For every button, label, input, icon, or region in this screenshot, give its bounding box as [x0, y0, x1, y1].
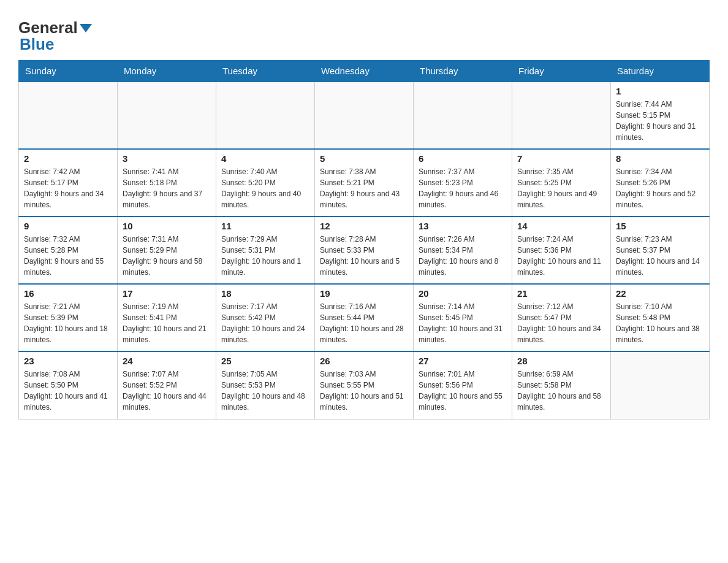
calendar-cell: 12Sunrise: 7:28 AMSunset: 5:33 PMDayligh… [315, 216, 414, 284]
day-info: Sunrise: 6:59 AMSunset: 5:58 PMDaylight:… [517, 369, 605, 413]
week-row-2: 9Sunrise: 7:32 AMSunset: 5:28 PMDaylight… [19, 216, 710, 284]
day-info: Sunrise: 7:31 AMSunset: 5:29 PMDaylight:… [123, 234, 211, 278]
day-number: 3 [123, 153, 211, 164]
calendar-cell: 18Sunrise: 7:17 AMSunset: 5:42 PMDayligh… [216, 284, 315, 351]
day-info: Sunrise: 7:32 AMSunset: 5:28 PMDaylight:… [24, 234, 112, 278]
day-number: 10 [123, 221, 211, 231]
calendar-cell: 2Sunrise: 7:42 AMSunset: 5:17 PMDaylight… [19, 149, 118, 216]
day-number: 21 [517, 288, 605, 299]
weekday-header-monday: Monday [118, 61, 216, 82]
calendar-cell [414, 82, 512, 149]
week-row-0: 1Sunrise: 7:44 AMSunset: 5:15 PMDaylight… [19, 82, 710, 149]
day-number: 12 [320, 221, 408, 231]
day-info: Sunrise: 7:19 AMSunset: 5:41 PMDaylight:… [123, 301, 211, 345]
day-number: 22 [616, 288, 704, 299]
day-info: Sunrise: 7:03 AMSunset: 5:55 PMDaylight:… [320, 369, 408, 413]
calendar-cell: 1Sunrise: 7:44 AMSunset: 5:15 PMDaylight… [611, 82, 710, 149]
calendar-cell [611, 351, 710, 419]
calendar-cell [216, 82, 315, 149]
calendar-cell: 22Sunrise: 7:10 AMSunset: 5:48 PMDayligh… [611, 284, 710, 351]
day-info: Sunrise: 7:16 AMSunset: 5:44 PMDaylight:… [320, 301, 408, 345]
calendar-cell: 13Sunrise: 7:26 AMSunset: 5:34 PMDayligh… [414, 216, 512, 284]
calendar-cell: 24Sunrise: 7:07 AMSunset: 5:52 PMDayligh… [118, 351, 216, 419]
calendar-cell: 19Sunrise: 7:16 AMSunset: 5:44 PMDayligh… [315, 284, 414, 351]
day-number: 15 [616, 221, 704, 231]
page-header: General Blue [18, 12, 710, 54]
day-info: Sunrise: 7:17 AMSunset: 5:42 PMDaylight:… [221, 301, 309, 345]
calendar-cell: 28Sunrise: 6:59 AMSunset: 5:58 PMDayligh… [512, 351, 611, 419]
weekday-header-wednesday: Wednesday [315, 61, 414, 82]
day-info: Sunrise: 7:37 AMSunset: 5:23 PMDaylight:… [419, 166, 507, 210]
calendar-cell: 7Sunrise: 7:35 AMSunset: 5:25 PMDaylight… [512, 149, 611, 216]
day-number: 8 [616, 153, 704, 164]
day-number: 17 [123, 288, 211, 299]
day-info: Sunrise: 7:01 AMSunset: 5:56 PMDaylight:… [419, 369, 507, 413]
day-number: 24 [123, 356, 211, 366]
calendar-cell: 15Sunrise: 7:23 AMSunset: 5:37 PMDayligh… [611, 216, 710, 284]
day-info: Sunrise: 7:05 AMSunset: 5:53 PMDaylight:… [221, 369, 309, 413]
day-info: Sunrise: 7:40 AMSunset: 5:20 PMDaylight:… [221, 166, 309, 210]
day-number: 9 [24, 221, 112, 231]
day-number: 28 [517, 356, 605, 366]
calendar-cell: 14Sunrise: 7:24 AMSunset: 5:36 PMDayligh… [512, 216, 611, 284]
calendar-cell: 25Sunrise: 7:05 AMSunset: 5:53 PMDayligh… [216, 351, 315, 419]
day-info: Sunrise: 7:12 AMSunset: 5:47 PMDaylight:… [517, 301, 605, 345]
calendar-cell: 17Sunrise: 7:19 AMSunset: 5:41 PMDayligh… [118, 284, 216, 351]
day-number: 16 [24, 288, 112, 299]
calendar-cell: 9Sunrise: 7:32 AMSunset: 5:28 PMDaylight… [19, 216, 118, 284]
weekday-header-saturday: Saturday [611, 61, 710, 82]
day-number: 25 [221, 356, 309, 366]
logo-arrow-icon [80, 24, 92, 33]
calendar-cell: 6Sunrise: 7:37 AMSunset: 5:23 PMDaylight… [414, 149, 512, 216]
calendar-cell [315, 82, 414, 149]
calendar-cell [512, 82, 611, 149]
logo-blue-text: Blue [20, 35, 54, 54]
day-number: 11 [221, 221, 309, 231]
week-row-4: 23Sunrise: 7:08 AMSunset: 5:50 PMDayligh… [19, 351, 710, 419]
day-info: Sunrise: 7:26 AMSunset: 5:34 PMDaylight:… [419, 234, 507, 278]
day-number: 7 [517, 153, 605, 164]
day-info: Sunrise: 7:24 AMSunset: 5:36 PMDaylight:… [517, 234, 605, 278]
day-info: Sunrise: 7:44 AMSunset: 5:15 PMDaylight:… [616, 99, 704, 143]
calendar-table: SundayMondayTuesdayWednesdayThursdayFrid… [18, 60, 710, 419]
week-row-1: 2Sunrise: 7:42 AMSunset: 5:17 PMDaylight… [19, 149, 710, 216]
day-number: 5 [320, 153, 408, 164]
day-number: 4 [221, 153, 309, 164]
calendar-cell: 5Sunrise: 7:38 AMSunset: 5:21 PMDaylight… [315, 149, 414, 216]
day-number: 18 [221, 288, 309, 299]
day-info: Sunrise: 7:14 AMSunset: 5:45 PMDaylight:… [419, 301, 507, 345]
weekday-header-thursday: Thursday [414, 61, 512, 82]
logo: General Blue [18, 18, 92, 54]
day-number: 13 [419, 221, 507, 231]
day-number: 14 [517, 221, 605, 231]
calendar-cell: 4Sunrise: 7:40 AMSunset: 5:20 PMDaylight… [216, 149, 315, 216]
calendar-cell: 26Sunrise: 7:03 AMSunset: 5:55 PMDayligh… [315, 351, 414, 419]
weekday-header-tuesday: Tuesday [216, 61, 315, 82]
day-number: 1 [616, 86, 704, 96]
week-row-3: 16Sunrise: 7:21 AMSunset: 5:39 PMDayligh… [19, 284, 710, 351]
weekday-header-sunday: Sunday [19, 61, 118, 82]
weekday-header-friday: Friday [512, 61, 611, 82]
calendar-cell: 21Sunrise: 7:12 AMSunset: 5:47 PMDayligh… [512, 284, 611, 351]
day-info: Sunrise: 7:34 AMSunset: 5:26 PMDaylight:… [616, 166, 704, 210]
day-number: 6 [419, 153, 507, 164]
day-info: Sunrise: 7:21 AMSunset: 5:39 PMDaylight:… [24, 301, 112, 345]
calendar-cell: 16Sunrise: 7:21 AMSunset: 5:39 PMDayligh… [19, 284, 118, 351]
day-number: 20 [419, 288, 507, 299]
day-info: Sunrise: 7:07 AMSunset: 5:52 PMDaylight:… [123, 369, 211, 413]
calendar-cell [19, 82, 118, 149]
calendar-cell: 11Sunrise: 7:29 AMSunset: 5:31 PMDayligh… [216, 216, 315, 284]
day-info: Sunrise: 7:41 AMSunset: 5:18 PMDaylight:… [123, 166, 211, 210]
day-info: Sunrise: 7:38 AMSunset: 5:21 PMDaylight:… [320, 166, 408, 210]
day-info: Sunrise: 7:23 AMSunset: 5:37 PMDaylight:… [616, 234, 704, 278]
day-info: Sunrise: 7:08 AMSunset: 5:50 PMDaylight:… [24, 369, 112, 413]
calendar-cell: 23Sunrise: 7:08 AMSunset: 5:50 PMDayligh… [19, 351, 118, 419]
calendar-cell: 20Sunrise: 7:14 AMSunset: 5:45 PMDayligh… [414, 284, 512, 351]
calendar-cell: 27Sunrise: 7:01 AMSunset: 5:56 PMDayligh… [414, 351, 512, 419]
calendar-cell: 10Sunrise: 7:31 AMSunset: 5:29 PMDayligh… [118, 216, 216, 284]
day-number: 23 [24, 356, 112, 366]
day-info: Sunrise: 7:10 AMSunset: 5:48 PMDaylight:… [616, 301, 704, 345]
day-number: 26 [320, 356, 408, 366]
weekday-header-row: SundayMondayTuesdayWednesdayThursdayFrid… [19, 61, 710, 82]
calendar-cell: 8Sunrise: 7:34 AMSunset: 5:26 PMDaylight… [611, 149, 710, 216]
